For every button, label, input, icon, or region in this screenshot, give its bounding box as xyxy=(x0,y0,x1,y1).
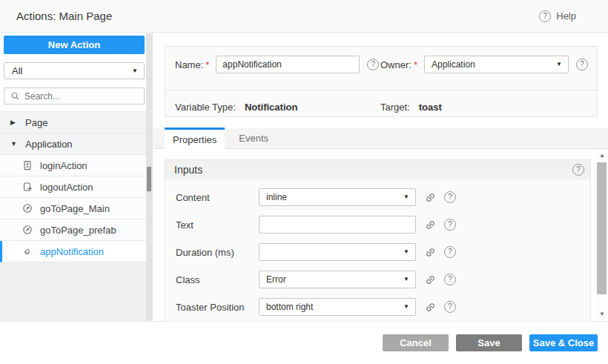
tree-item-appNotification[interactable]: appNotification xyxy=(0,241,146,262)
login-icon xyxy=(22,160,33,171)
variable-type-label: Variable Type: xyxy=(175,102,236,113)
class-dropdown-value: Error xyxy=(266,274,286,285)
tree-group-label: Page xyxy=(25,117,47,128)
required-asterisk: * xyxy=(205,59,209,70)
tree-item-loginAction[interactable]: loginAction xyxy=(0,155,146,176)
field-row-class: Class Error ▼ ? xyxy=(176,270,590,289)
tab-content: Inputs ? Content inline ▼ ? Tex xyxy=(153,149,608,321)
tree-group-label: Application xyxy=(25,139,73,150)
name-input[interactable] xyxy=(216,56,360,73)
content-scrollbar[interactable]: ▲ ▼ xyxy=(596,149,608,321)
content-help-icon[interactable]: ? xyxy=(444,191,456,203)
tree-group-page[interactable]: ▶ Page xyxy=(0,112,146,133)
inputs-panel: Inputs ? Content inline ▼ ? Tex xyxy=(165,159,591,321)
bind-link-icon[interactable] xyxy=(425,302,436,313)
new-action-button[interactable]: New Action xyxy=(4,36,145,54)
filter-dropdown[interactable]: All ▼ xyxy=(4,62,145,79)
save-and-close-button[interactable]: Save & Close xyxy=(529,334,598,351)
toaster-position-help-icon[interactable]: ? xyxy=(444,301,456,313)
duration-label: Duration (ms) xyxy=(176,247,259,258)
tree-item-label: appNotification xyxy=(40,246,104,257)
toaster-position-dropdown[interactable]: bottom right ▼ xyxy=(259,298,416,316)
owner-help-icon[interactable]: ? xyxy=(576,59,588,70)
sidebar: New Action All ▼ ▶ Page ▼ Application lo… xyxy=(0,33,146,321)
owner-dropdown-value: Application xyxy=(432,59,475,70)
search-icon xyxy=(10,91,20,101)
target-label: Target: xyxy=(380,102,410,113)
inputs-help-icon[interactable]: ? xyxy=(572,164,584,176)
scroll-down-icon[interactable]: ▼ xyxy=(596,311,608,317)
owner-dropdown[interactable]: Application ▼ xyxy=(424,56,569,73)
tree-item-label: goToPage_Main xyxy=(40,203,110,214)
chevron-down-icon: ▼ xyxy=(556,62,562,67)
go-to-page-icon xyxy=(22,225,33,235)
action-tree: ▶ Page ▼ Application loginAction logoutA… xyxy=(0,111,146,262)
text-help-icon[interactable]: ? xyxy=(444,219,456,231)
tab-strip: Properties Events xyxy=(153,128,608,149)
footer-buttons: Cancel Save Save & Close xyxy=(383,334,598,351)
class-label: Class xyxy=(176,274,259,285)
toaster-position-label: Toaster Position xyxy=(176,302,259,313)
field-row-content: Content inline ▼ ? xyxy=(176,188,590,207)
tree-item-logoutAction[interactable]: logoutAction xyxy=(0,176,146,198)
footer-bar: Cancel Save Save & Close xyxy=(0,321,608,364)
tab-events[interactable]: Events xyxy=(231,128,277,148)
tab-properties[interactable]: Properties xyxy=(165,128,225,149)
chevron-down-icon: ▼ xyxy=(10,140,18,148)
tree-item-label: logoutAction xyxy=(40,182,93,193)
content-scrollbar-thumb[interactable] xyxy=(597,162,607,294)
logout-icon xyxy=(22,182,33,192)
bind-link-icon[interactable] xyxy=(425,192,436,203)
required-asterisk: * xyxy=(414,59,417,70)
tree-item-label: goToPage_prefab xyxy=(40,225,116,236)
text-label: Text xyxy=(176,219,259,231)
content-dropdown[interactable]: inline ▼ xyxy=(259,188,416,206)
field-row-toaster-position: Toaster Position bottom right ▼ ? xyxy=(176,297,590,317)
help-icon: ? xyxy=(539,10,551,22)
tree-item-goToPage_prefab[interactable]: goToPage_prefab xyxy=(0,219,146,241)
duration-help-icon[interactable]: ? xyxy=(444,246,456,258)
scroll-up-icon[interactable]: ▲ xyxy=(596,153,608,159)
save-button[interactable]: Save xyxy=(456,334,522,351)
target-value: toast xyxy=(419,102,442,113)
cancel-button[interactable]: Cancel xyxy=(383,334,449,351)
variable-target-row: Variable Type: Notification Target: toas… xyxy=(165,99,597,114)
field-row-duration: Duration (ms) ▼ ? xyxy=(176,242,590,262)
chevron-down-icon: ▼ xyxy=(403,277,409,282)
bind-link-icon[interactable] xyxy=(425,274,436,285)
tree-group-application[interactable]: ▼ Application xyxy=(0,133,146,155)
page-title: Actions: Main Page xyxy=(16,10,112,22)
search-input[interactable] xyxy=(24,91,136,102)
filter-dropdown-value: All xyxy=(12,65,22,76)
sidebar-empty-area xyxy=(0,262,146,321)
tree-item-label: loginAction xyxy=(40,160,87,171)
chevron-right-icon: ▶ xyxy=(10,119,18,126)
variable-type-value: Notification xyxy=(245,102,298,113)
inputs-title: Inputs xyxy=(174,164,202,176)
header-bar: Actions: Main Page ? Help xyxy=(0,0,608,33)
text-input[interactable] xyxy=(259,216,416,234)
field-row-text: Text ? xyxy=(176,215,590,234)
help-button[interactable]: ? Help xyxy=(539,10,576,22)
tree-item-goToPage_Main[interactable]: goToPage_Main xyxy=(0,198,146,219)
bind-link-icon[interactable] xyxy=(425,219,436,231)
owner-group: Owner:* Application ▼ ? xyxy=(380,55,588,74)
name-label: Name:* xyxy=(175,59,209,70)
help-label: Help xyxy=(556,10,576,21)
main-panel: Name:* ? Owner:* Application ▼ ? Variabl… xyxy=(153,33,608,321)
owner-label: Owner:* xyxy=(380,59,417,70)
bind-link-icon[interactable] xyxy=(425,247,436,258)
class-help-icon[interactable]: ? xyxy=(444,274,456,285)
chevron-down-icon: ▼ xyxy=(403,249,409,255)
content-dropdown-value: inline xyxy=(266,192,287,202)
chevron-down-icon: ▼ xyxy=(403,194,409,200)
notification-icon xyxy=(22,246,33,257)
sidebar-scrollbar[interactable] xyxy=(146,33,153,321)
panel-divider xyxy=(165,90,597,90)
sidebar-scrollbar-thumb[interactable] xyxy=(147,167,151,191)
class-dropdown[interactable]: Error ▼ xyxy=(259,271,416,288)
inputs-header: Inputs ? xyxy=(165,160,590,179)
name-help-icon[interactable]: ? xyxy=(367,59,379,70)
duration-dropdown[interactable]: ▼ xyxy=(259,243,416,261)
chevron-down-icon: ▼ xyxy=(403,304,409,310)
